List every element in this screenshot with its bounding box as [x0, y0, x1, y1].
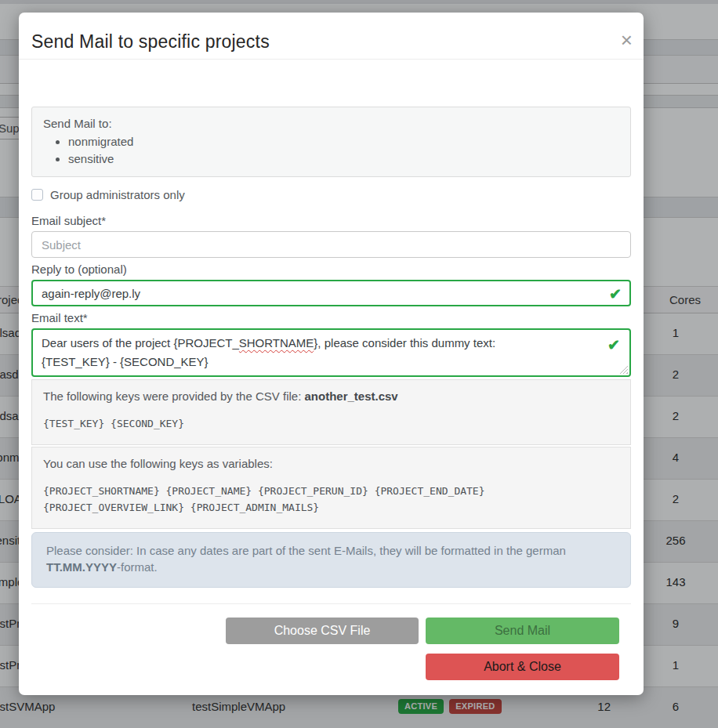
- csv-keys-intro: The following keys were provided by the …: [43, 389, 619, 403]
- email-text-misspelled-word: SHORTNAME: [239, 336, 314, 350]
- reply-to-label: Reply to (optional): [31, 263, 631, 276]
- note-date-format: TT.MM.YYYY: [46, 560, 117, 574]
- reply-to-input[interactable]: [31, 280, 631, 306]
- send-mail-to-box: Send Mail to: nonmigrated sensitive: [31, 107, 631, 177]
- email-subject-label: Email subject*: [31, 214, 631, 227]
- group-admins-row: Group administrators only: [31, 188, 631, 201]
- variable-keys-box: You can use the following keys as variab…: [31, 447, 631, 529]
- email-text-textarea[interactable]: Dear users of the project {PROJECT_SHORT…: [31, 328, 631, 377]
- resize-handle[interactable]: [619, 365, 628, 374]
- group-admins-label: Group administrators only: [50, 188, 185, 201]
- choose-csv-button[interactable]: Choose CSV File: [226, 618, 419, 644]
- target-project-item: nonmigrated: [68, 135, 619, 148]
- abort-close-button[interactable]: Abort & Close: [426, 654, 619, 680]
- variable-keys-list: {PROJECT_SHORTNAME} {PROJECT_NAME} {PROJ…: [43, 483, 619, 516]
- csv-keys-list: {TEST_KEY} {SECOND_KEY}: [43, 415, 619, 432]
- csv-keys-box: The following keys were provided by the …: [31, 379, 631, 445]
- close-icon[interactable]: ×: [621, 30, 633, 50]
- send-mail-to-label: Send Mail to:: [43, 117, 619, 130]
- email-subject-input[interactable]: [31, 231, 631, 258]
- send-mail-modal: Send Mail to specific projects × Send Ma…: [19, 13, 644, 695]
- csv-filename: another_test.csv: [305, 389, 398, 403]
- target-project-list: nonmigrated sensitive: [43, 135, 619, 165]
- valid-check-icon: ✔: [607, 336, 620, 355]
- email-text-part1: Dear users of the project {PROJECT_: [42, 336, 239, 350]
- group-admins-checkbox[interactable]: [31, 189, 43, 201]
- date-format-note: Please consider: In case any dates are p…: [31, 532, 631, 588]
- note-text: Please consider: In case any dates are p…: [46, 544, 566, 557]
- modal-header: Send Mail to specific projects ×: [19, 13, 644, 60]
- modal-footer: Choose CSV File Send Mail Abort & Close: [31, 604, 631, 690]
- send-mail-button[interactable]: Send Mail: [426, 618, 619, 644]
- variable-keys-intro: You can use the following keys as variab…: [43, 457, 619, 470]
- target-project-item: sensitive: [68, 152, 619, 165]
- email-text-label: Email text*: [31, 311, 631, 324]
- valid-check-icon: ✔: [609, 285, 622, 303]
- note-tail: -format.: [117, 560, 158, 574]
- modal-body: Send Mail to: nonmigrated sensitive Grou…: [19, 107, 644, 690]
- email-text-line2: {TEST_KEY} - {SECOND_KEY}: [42, 355, 209, 368]
- email-text-part2: }, please consider this dummy text:: [314, 336, 495, 350]
- modal-title: Send Mail to specific projects: [31, 31, 270, 53]
